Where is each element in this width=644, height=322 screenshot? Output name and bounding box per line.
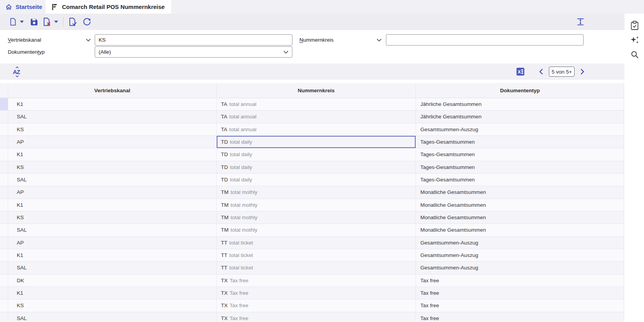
vertriebskanal-cell[interactable]: KS <box>8 211 216 223</box>
page-indicator[interactable]: 5 von 5+ <box>549 67 575 77</box>
nummernkreis-cell[interactable]: TDtotal daily <box>216 136 416 148</box>
row-indicator-cell[interactable] <box>0 98 8 110</box>
save-button[interactable] <box>27 16 41 28</box>
refresh-button[interactable] <box>81 16 93 28</box>
column-header-vertriebskanal[interactable]: Vertriebskanal <box>8 83 216 98</box>
new-document-button[interactable] <box>8 16 18 28</box>
row-indicator-cell[interactable] <box>0 299 8 311</box>
nummernkreis-field-dropdown[interactable] <box>377 34 382 46</box>
dokumententyp-cell[interactable]: Tages-Gesamtsummen <box>416 174 624 186</box>
row-indicator-cell[interactable] <box>0 312 8 322</box>
table-row[interactable]: K1 TTtotal ticket Gesamtsummen-Auszug <box>0 249 624 262</box>
table-row[interactable]: SAL TAtotal annual Jährliche Gesamtsumme… <box>0 111 624 123</box>
vertriebskanal-cell[interactable]: SAL <box>8 262 216 274</box>
nummernkreis-cell[interactable]: TTtotal ticket <box>216 262 416 274</box>
sort-az-button[interactable]: AZ <box>11 66 23 78</box>
vertriebskanal-cell[interactable]: K1 <box>8 249 216 261</box>
dokumententyp-cell[interactable]: Jährliche Gesamtsummen <box>416 111 624 123</box>
table-row[interactable]: KS TMtotal mothly Monatliche Gesamtsumme… <box>0 211 624 224</box>
nummernkreis-cell[interactable]: TTtotal ticket <box>216 237 416 249</box>
table-row[interactable]: KS TDtotal daily Tages-Gesamtsummen <box>0 161 624 174</box>
dokumententyp-cell[interactable]: Tax free <box>416 287 624 299</box>
nummernkreis-cell[interactable]: TDtotal daily <box>216 148 416 160</box>
dokumententyp-cell[interactable]: Tax free <box>416 299 624 311</box>
tasks-panel-button[interactable] <box>630 21 640 31</box>
vertriebskanal-cell[interactable]: AP <box>8 136 216 148</box>
nummernkreis-cell[interactable]: TXTax free <box>216 299 416 311</box>
table-row[interactable]: SAL TMtotal mothly Monatliche Gesamtsumm… <box>0 224 624 236</box>
nummernkreis-cell[interactable]: TMtotal mothly <box>216 224 416 236</box>
excel-export-button[interactable]: X <box>516 67 525 76</box>
row-indicator-cell[interactable] <box>0 136 8 148</box>
row-indicator-cell[interactable] <box>0 224 8 236</box>
dokumententyp-cell[interactable]: Jährliche Gesamtsummen <box>416 98 624 110</box>
row-indicator-cell[interactable] <box>0 199 8 211</box>
dokumententyp-cell[interactable]: Tages-Gesamtsummen <box>416 148 624 160</box>
dokumententyp-cell[interactable]: Monatliche Gesamtsummen <box>416 211 624 223</box>
dokumententyp-filter-select[interactable]: (Alle) <box>95 46 292 58</box>
nummernkreis-filter-input[interactable] <box>386 34 584 46</box>
row-indicator-cell[interactable] <box>0 262 8 274</box>
vertriebskanal-field-dropdown[interactable] <box>86 34 91 46</box>
vertriebskanal-cell[interactable]: KS <box>8 123 216 135</box>
dokumententyp-cell[interactable]: Tax free <box>416 312 624 322</box>
dokumententyp-cell[interactable]: Tax free <box>416 274 624 287</box>
dokumententyp-cell[interactable]: Monatliche Gesamtsummen <box>416 224 624 236</box>
row-indicator-cell[interactable] <box>0 249 8 261</box>
vertriebskanal-cell[interactable]: AP <box>8 237 216 249</box>
nummernkreis-cell[interactable]: TXTax free <box>216 287 416 299</box>
dokumententyp-cell[interactable]: Gesamtsummen-Auszug <box>416 249 624 261</box>
next-page-button[interactable] <box>579 68 586 76</box>
vertriebskanal-cell[interactable]: K1 <box>8 199 216 211</box>
vertriebskanal-cell[interactable]: KS <box>8 299 216 311</box>
nummernkreis-cell[interactable]: TAtotal annual <box>216 123 416 135</box>
nummernkreis-cell[interactable]: TTtotal ticket <box>216 249 416 261</box>
nummernkreis-cell[interactable]: TXTax free <box>216 274 416 287</box>
row-indicator-cell[interactable] <box>0 174 8 186</box>
search-panel-button[interactable] <box>630 49 640 60</box>
nummernkreis-cell[interactable]: TXTax free <box>216 312 416 322</box>
nummernkreis-cell[interactable]: TMtotal mothly <box>216 186 416 198</box>
new-document-dropdown[interactable] <box>18 16 26 28</box>
fit-row-height-button[interactable] <box>574 16 587 28</box>
row-indicator-cell[interactable] <box>0 123 8 135</box>
table-row[interactable]: K1 TAtotal annual Jährliche Gesamtsummen <box>0 98 624 111</box>
table-row[interactable]: K1 TMtotal mothly Monatliche Gesamtsumme… <box>0 199 624 211</box>
confirm-document-button[interactable] <box>67 16 78 28</box>
row-indicator-cell[interactable] <box>0 237 8 249</box>
table-row[interactable]: AP TTtotal ticket Gesamtsummen-Auszug <box>0 237 624 249</box>
vertriebskanal-cell[interactable]: SAL <box>8 111 216 123</box>
dokumententyp-cell[interactable]: Gesamtsummen-Auszug <box>416 123 624 135</box>
assistant-panel-button[interactable] <box>630 35 640 45</box>
nummernkreis-cell[interactable]: TMtotal mothly <box>216 199 416 211</box>
row-indicator-cell[interactable] <box>0 148 8 160</box>
row-indicator-cell[interactable] <box>0 161 8 173</box>
column-header-dokumententyp[interactable]: Dokumententyp <box>416 83 624 98</box>
vertriebskanal-cell[interactable]: SAL <box>8 224 216 236</box>
table-row[interactable]: K1 TDtotal daily Tages-Gesamtsummen <box>0 148 624 161</box>
vertriebskanal-cell[interactable]: SAL <box>8 312 216 322</box>
table-row[interactable]: KS TXTax free Tax free <box>0 299 624 312</box>
table-row[interactable]: SAL TTtotal ticket Gesamtsummen-Auszug <box>0 262 624 274</box>
nummernkreis-cell[interactable]: TDtotal daily <box>216 174 416 186</box>
dokumententyp-cell[interactable]: Tages-Gesamtsummen <box>416 136 624 148</box>
row-indicator-cell[interactable] <box>0 186 8 198</box>
vertriebskanal-cell[interactable]: K1 <box>8 287 216 299</box>
tab-startseite[interactable]: Startseite <box>0 0 46 14</box>
vertriebskanal-cell[interactable]: AP <box>8 186 216 198</box>
dokumententyp-cell[interactable]: Gesamtsummen-Auszug <box>416 237 624 249</box>
table-row[interactable]: AP TMtotal mothly Monatliche Gesamtsumme… <box>0 186 624 199</box>
table-row[interactable]: KS TAtotal annual Gesamtsummen-Auszug <box>0 123 624 136</box>
column-header-nummernkreis[interactable]: Nummernkreis <box>216 83 416 98</box>
table-row[interactable]: SAL TXTax free Tax free <box>0 312 624 322</box>
previous-page-button[interactable] <box>537 68 544 76</box>
dokumententyp-cell[interactable]: Monatliche Gesamtsummen <box>416 199 624 211</box>
row-indicator-cell[interactable] <box>0 274 8 287</box>
delete-document-button[interactable] <box>41 16 52 28</box>
nummernkreis-cell[interactable]: TDtotal daily <box>216 161 416 173</box>
delete-document-dropdown[interactable] <box>52 16 60 28</box>
vertriebskanal-cell[interactable]: K1 <box>8 98 216 110</box>
table-row[interactable]: K1 TXTax free Tax free <box>0 287 624 299</box>
vertriebskanal-filter-input[interactable] <box>95 34 292 46</box>
dokumententyp-cell[interactable]: Gesamtsummen-Auszug <box>416 262 624 274</box>
